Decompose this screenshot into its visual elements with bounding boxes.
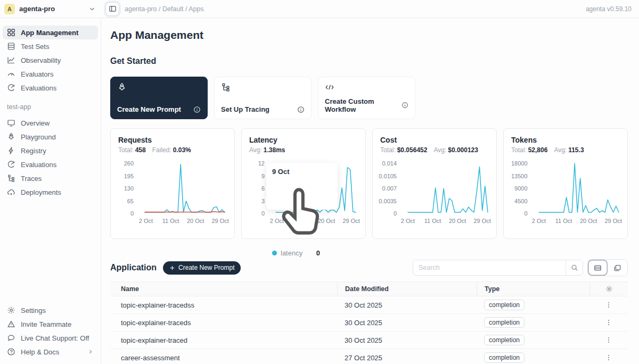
sidebar-item-test-sets[interactable]: Test Sets xyxy=(3,39,98,53)
sidebar-item-label: Observability xyxy=(21,56,61,64)
sidebar-item-label: Test Sets xyxy=(21,43,49,51)
grid-icon xyxy=(7,28,15,37)
info-icon[interactable] xyxy=(402,102,408,109)
requests-chart[interactable]: 260195130650 xyxy=(118,159,227,214)
kebab-menu-icon[interactable] xyxy=(605,319,612,326)
column-type[interactable]: Type xyxy=(477,282,589,296)
column-name[interactable]: Name xyxy=(110,285,337,293)
tooltip-series-name: latency xyxy=(281,249,302,257)
sidebar-item-label: Traces xyxy=(21,175,42,183)
table-row[interactable]: topic-explainer-traceds 30 Oct 2025 comp… xyxy=(110,314,628,332)
workspace-name: agenta-pro xyxy=(19,5,84,13)
sidebar-item-label: Evaluations xyxy=(21,161,56,169)
workspace-switcher[interactable]: A agenta-pro xyxy=(0,4,101,14)
trace-tree-icon xyxy=(221,82,231,92)
type-badge: completion xyxy=(484,317,525,328)
create-new-prompt-card[interactable]: Create New Prompt xyxy=(110,77,208,119)
table-view-button[interactable] xyxy=(588,260,608,276)
sidebar-item-label: App Management xyxy=(21,29,78,37)
sidebar-item-label: Help & Docs xyxy=(21,348,59,356)
table-row[interactable]: topic-explainer-traced 30 Oct 2025 compl… xyxy=(110,332,628,349)
x-tick: 11 Oct xyxy=(555,218,572,224)
sidebar-item-live-chat[interactable]: Live Chat Support: Off xyxy=(3,331,98,345)
create-custom-workflow-card[interactable]: Create Custom Workflow xyxy=(318,77,415,119)
y-tick: 0.0035 xyxy=(379,198,397,204)
sidebar-item-settings[interactable]: Settings xyxy=(3,303,98,317)
app-name: topic-explainer-traceds xyxy=(110,319,337,327)
app-version: agenta v0.59.10 xyxy=(586,5,632,13)
sidebar-toggle-button[interactable] xyxy=(105,2,119,16)
info-icon[interactable] xyxy=(193,106,201,113)
chat-bubble-icon xyxy=(7,334,15,342)
sidebar-item-label: Settings xyxy=(21,307,46,315)
cost-plot xyxy=(400,159,490,214)
set-up-tracing-card[interactable]: Set Up Tracing xyxy=(214,77,312,119)
type-badge: completion xyxy=(484,335,525,345)
table-icon xyxy=(7,42,15,51)
tokens-chart[interactable]: 1800013500900045000 xyxy=(511,159,620,214)
chevron-down-icon xyxy=(88,5,96,13)
sidebar-item-evaluations-app[interactable]: Evaluations xyxy=(3,158,98,171)
table-row[interactable]: topic-explainer-tracedss 30 Oct 2025 com… xyxy=(110,296,628,314)
lightning-icon xyxy=(7,146,15,155)
gear-icon xyxy=(7,306,15,315)
tooltip-date: 9 Oct xyxy=(272,168,332,176)
sidebar-item-app-management[interactable]: App Management xyxy=(3,26,98,39)
cost-chart[interactable]: 0.0140.01050.0070.00350 xyxy=(380,159,489,214)
table-settings-gear[interactable] xyxy=(589,282,628,296)
kebab-menu-icon[interactable] xyxy=(605,301,612,309)
x-tick: 11 Oct xyxy=(424,218,441,224)
search-input[interactable] xyxy=(413,264,566,271)
card-label: Create New Prompt xyxy=(117,105,181,113)
y-tick: 0 xyxy=(394,211,397,216)
card-label: Set Up Tracing xyxy=(221,105,269,113)
sidebar-item-evaluators[interactable]: Evaluators xyxy=(3,67,98,81)
app-name: career-assessment xyxy=(110,354,337,362)
sidebar-item-registry[interactable]: Registry xyxy=(3,144,98,158)
sidebar-item-invite-teammate[interactable]: Invite Teammate xyxy=(3,317,98,331)
tooltip-value: 0 xyxy=(316,249,320,257)
app-type: completion xyxy=(477,300,589,310)
chart-title: Cost xyxy=(380,136,489,144)
page-title: App Management xyxy=(110,29,628,42)
workspace-avatar: A xyxy=(4,4,15,14)
y-axis: 129630 xyxy=(249,159,268,214)
y-tick: 13500 xyxy=(511,173,528,179)
sidebar-item-observability[interactable]: Observability xyxy=(3,53,98,67)
sidebar-item-label: Invite Teammate xyxy=(21,320,71,328)
trace-tree-icon xyxy=(7,174,15,183)
table-row[interactable]: career-assessment 27 Oct 2025 completion xyxy=(110,349,628,364)
x-tick: 2 Oct xyxy=(139,218,153,224)
sidebar-item-traces[interactable]: Traces xyxy=(3,171,98,185)
sidebar-item-deployments[interactable]: Deployments xyxy=(3,185,98,199)
x-tick: 2 Oct xyxy=(401,218,415,224)
x-tick: 20 Oct xyxy=(187,218,204,224)
sidebar-item-help-docs[interactable]: Help & Docs xyxy=(3,345,98,359)
chart-stats: Total:458 Failed:0.03% xyxy=(118,146,227,154)
sidebar-item-overview[interactable]: Overview xyxy=(3,116,98,130)
sidebar-item-evaluations[interactable]: Evaluations xyxy=(3,81,98,95)
card-view-button[interactable] xyxy=(608,260,627,276)
chart-stats: Total:$0.056452 Avg:$0.000123 xyxy=(380,146,489,154)
column-date-modified[interactable]: Date Modified xyxy=(337,282,477,296)
x-tick: 20 Oct xyxy=(580,218,597,224)
search-icon[interactable] xyxy=(566,260,583,275)
info-icon[interactable] xyxy=(297,106,305,113)
sidebar-item-playground[interactable]: Playground xyxy=(3,130,98,144)
code-icon xyxy=(325,82,334,92)
y-axis: 260195130650 xyxy=(118,159,137,214)
x-axis: 2 Oct11 Oct20 Oct29 Oct xyxy=(400,217,489,225)
chevron-right-icon xyxy=(87,349,94,355)
rocket-icon xyxy=(7,133,15,141)
sidebar-item-label: Deployments xyxy=(21,188,61,196)
sidebar: App Management Test Sets Observability E… xyxy=(0,18,101,364)
y-tick: 18000 xyxy=(511,161,528,166)
kebab-menu-icon[interactable] xyxy=(605,354,612,361)
breadcrumb[interactable]: agenta-pro / Default / Apps xyxy=(125,5,204,13)
app-date: 27 Oct 2025 xyxy=(337,354,477,362)
y-tick: 260 xyxy=(124,161,134,166)
create-new-prompt-button[interactable]: Create New Prompt xyxy=(163,261,241,275)
main-content: App Management Get Started Create New Pr… xyxy=(101,18,639,364)
kebab-menu-icon[interactable] xyxy=(605,336,612,344)
y-tick: 3 xyxy=(261,198,265,204)
